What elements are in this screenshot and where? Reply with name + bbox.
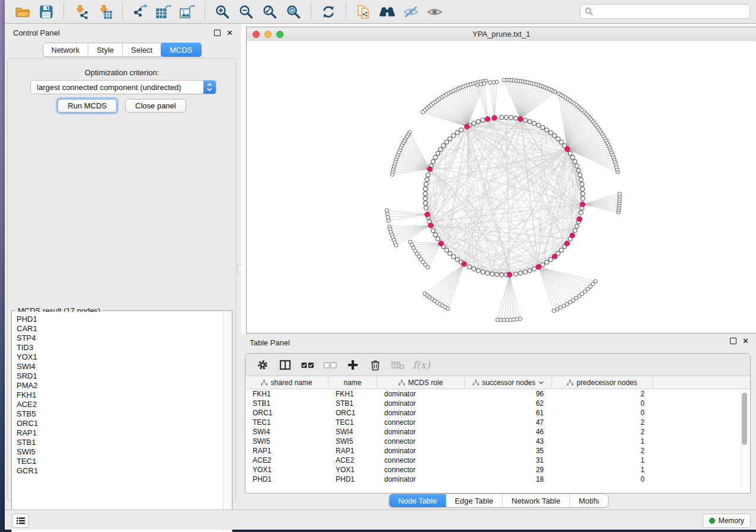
list-item[interactable]: CAR1 (12, 324, 224, 334)
table-cell[interactable]: 96 (465, 389, 552, 399)
save-button[interactable] (34, 2, 58, 22)
table-cell[interactable]: dominator (377, 446, 465, 456)
run-mcds-button[interactable]: Run MCDS (58, 99, 117, 113)
control-panel-close-button[interactable]: ✕ (227, 30, 233, 36)
column-header-MCDS-role[interactable]: MCDS role (377, 376, 465, 389)
table-panel-close-button[interactable]: ✕ (742, 338, 749, 344)
table-row[interactable]: STB1STB1dominator620 (245, 399, 750, 408)
delete-table-button[interactable] (388, 356, 408, 374)
list-item[interactable]: RAP1 (12, 428, 224, 438)
tab-mcds[interactable]: MCDS (161, 43, 201, 57)
table-cell[interactable]: 35 (465, 446, 552, 456)
table-scrollbar-thumb[interactable] (742, 393, 747, 445)
duplicate-network-button[interactable] (352, 2, 375, 22)
criterion-dropdown[interactable]: largest connected component (undirected) (30, 80, 216, 94)
network-canvas[interactable] (247, 41, 755, 333)
network-window-titlebar[interactable]: YPA_prune.txt_1 (247, 27, 756, 41)
open-button[interactable] (11, 2, 34, 22)
table-cell[interactable]: YOX1 (245, 465, 328, 475)
control-panel-float-button[interactable] (214, 30, 221, 36)
table-cell[interactable]: 43 (465, 437, 552, 446)
zoom-traffic-light[interactable] (276, 31, 283, 38)
table-cell[interactable]: connector (377, 418, 465, 427)
table-cell[interactable]: 18 (465, 475, 552, 484)
show-columns-button[interactable] (275, 356, 295, 374)
hide-selected-button[interactable] (399, 2, 423, 22)
table-cell[interactable]: connector (377, 437, 465, 446)
table-cell[interactable]: FKH1 (328, 389, 377, 399)
table-cell[interactable]: dominator (377, 427, 465, 437)
column-header-successor-nodes[interactable]: successor nodes (465, 376, 552, 389)
column-header-shared-name[interactable]: shared name (245, 376, 328, 389)
table-cell[interactable]: PHD1 (328, 475, 377, 484)
table-cell[interactable]: 31 (465, 456, 552, 465)
tab-select[interactable]: Select (123, 43, 161, 56)
table-cell[interactable]: 0 (552, 475, 653, 484)
tab-edge-table[interactable]: Edge Table (446, 494, 503, 507)
select-all-button[interactable] (298, 356, 318, 374)
table-cell[interactable]: 62 (465, 399, 552, 408)
table-row[interactable]: FKH1FKH1dominator962 (245, 389, 750, 399)
memory-button[interactable]: Memory (703, 514, 751, 528)
tab-network[interactable]: Network (43, 43, 88, 56)
tab-network-table[interactable]: Network Table (503, 494, 570, 507)
table-settings-button[interactable] (253, 356, 273, 374)
table-row[interactable]: SWI5SWI5connector431 (245, 437, 750, 446)
table-cell[interactable]: ACE2 (245, 456, 328, 465)
column-header-predecessor-nodes[interactable]: predecessor nodes (552, 376, 653, 389)
table-cell[interactable]: 1 (552, 437, 653, 446)
tab-style[interactable]: Style (88, 43, 123, 56)
table-row[interactable]: ACE2ACE2connector311 (245, 456, 750, 465)
table-cell[interactable]: 1 (552, 456, 653, 465)
mcds-list-scrollbar[interactable] (223, 312, 231, 531)
table-cell[interactable]: 2 (552, 446, 653, 456)
table-row[interactable]: SWI4SWI4dominator462 (245, 427, 750, 437)
tab-motifs[interactable]: Motifs (570, 494, 608, 507)
table-cell[interactable]: YOX1 (328, 465, 377, 475)
mcds-result-list[interactable]: PHD1CAR1STP4TID3YOX1SWI4SRD1PMA2FKH1ACE2… (12, 312, 231, 531)
export-network-button[interactable] (128, 2, 152, 22)
search-input[interactable] (596, 7, 745, 17)
tab-node-table[interactable]: Node Table (389, 494, 446, 507)
table-row[interactable]: RAP1RAP1dominator352 (245, 446, 750, 456)
column-header-name[interactable]: name (328, 376, 377, 389)
table-cell[interactable]: 47 (465, 418, 552, 427)
table-cell[interactable]: RAP1 (245, 446, 328, 456)
table-cell[interactable]: 0 (552, 399, 653, 408)
table-cell[interactable]: ORC1 (328, 408, 377, 418)
table-cell[interactable]: 2 (552, 389, 653, 399)
table-cell[interactable]: SWI4 (328, 427, 377, 437)
list-item[interactable]: TEC1 (12, 457, 224, 466)
table-cell[interactable]: ACE2 (328, 456, 377, 465)
import-network-button[interactable] (69, 2, 93, 22)
list-item[interactable]: STB5 (12, 409, 224, 419)
zoom-out-button[interactable] (234, 2, 258, 22)
minimize-traffic-light[interactable] (264, 31, 272, 38)
find-button[interactable] (375, 2, 399, 22)
list-item[interactable]: STB1 (12, 438, 224, 447)
close-traffic-light[interactable] (253, 31, 260, 38)
list-item[interactable]: STP4 (12, 334, 224, 343)
list-item[interactable]: FKH1 (12, 390, 224, 400)
table-cell[interactable]: 2 (552, 427, 653, 437)
table-cell[interactable]: dominator (377, 408, 465, 418)
list-item[interactable]: ACE2 (12, 400, 224, 409)
table-cell[interactable]: SWI4 (245, 427, 328, 437)
table-cell[interactable]: connector (377, 465, 465, 475)
table-cell[interactable]: 46 (465, 427, 552, 437)
close-panel-button[interactable]: Close panel (125, 99, 186, 113)
show-all-button[interactable] (423, 2, 446, 22)
deselect-all-button[interactable] (320, 356, 340, 374)
zoom-fit-button[interactable] (258, 2, 282, 22)
table-row[interactable]: ORC1ORC1dominator610 (245, 408, 750, 418)
table-cell[interactable]: STB1 (245, 399, 328, 408)
list-item[interactable]: SWI5 (12, 447, 224, 457)
apply-layout-button[interactable] (317, 2, 340, 22)
table-cell[interactable]: dominator (377, 399, 465, 408)
table-cell[interactable]: SWI5 (245, 437, 328, 446)
table-cell[interactable]: TEC1 (245, 418, 328, 427)
table-cell[interactable]: connector (377, 456, 465, 465)
table-cell[interactable]: 61 (465, 408, 552, 418)
table-cell[interactable]: 1 (552, 465, 653, 475)
zoom-in-button[interactable] (210, 2, 234, 22)
